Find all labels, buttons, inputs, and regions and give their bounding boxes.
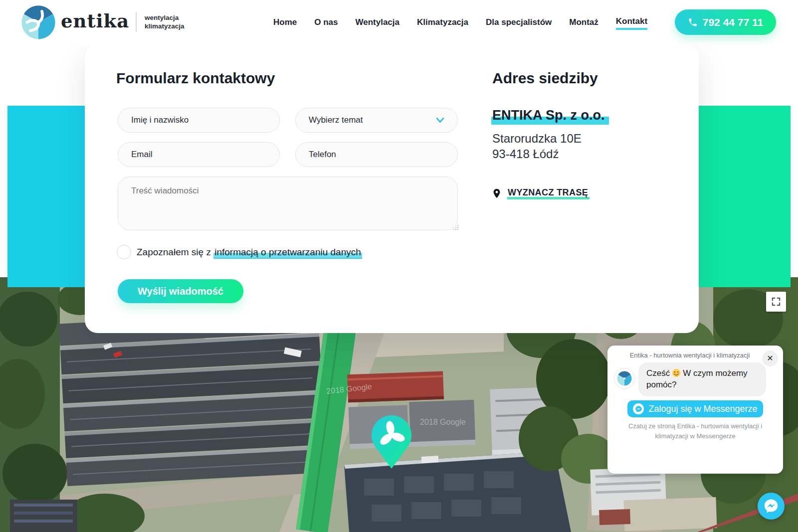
address-title: Adres siedziby xyxy=(492,70,598,87)
map-watermark: 2018 Google xyxy=(420,418,466,426)
route-link[interactable]: WYZNACZ TRASĘ xyxy=(507,187,590,199)
messenger-panel-title: Entika - hurtownia wentylacji i klimatyz… xyxy=(627,352,752,359)
entika-avatar-icon xyxy=(617,371,632,386)
consent-row: Zapoznałem się z informacją o przetwarza… xyxy=(117,245,362,259)
nav-item-montaz[interactable]: Montaż xyxy=(569,17,598,29)
phone-call-button[interactable]: 792 44 77 11 xyxy=(675,9,776,35)
data-processing-link[interactable]: informacją o przetwarzaniu danych xyxy=(213,247,362,259)
company-name: ENTIKA Sp. z o.o. xyxy=(491,108,609,125)
message-textarea[interactable] xyxy=(118,177,458,230)
nav-item-dla-specjalistow[interactable]: Dla specjalistów xyxy=(486,17,552,29)
site-header: entika wentylacja klimatyzacja Home O na… xyxy=(0,0,798,46)
nav-item-o-nas[interactable]: O nas xyxy=(314,17,338,29)
send-message-button[interactable]: Wyślij wiadomość xyxy=(118,279,243,303)
messenger-avatar xyxy=(614,368,634,388)
brand-tagline: wentylacja klimatyzacja xyxy=(145,13,185,30)
messenger-floating-button[interactable] xyxy=(758,493,785,520)
brand-name[interactable]: entika xyxy=(61,10,129,32)
messenger-login-button[interactable]: Zaloguj się w Messengerze xyxy=(627,400,763,417)
contact-card: Formularz kontaktowy Wybierz temat Zapoz… xyxy=(85,44,699,333)
messenger-footer-text: Czatuj ze stroną Entika - hurtownia went… xyxy=(615,421,775,441)
map-fullscreen-button[interactable] xyxy=(766,292,786,312)
consent-checkbox[interactable] xyxy=(117,245,131,259)
name-input[interactable] xyxy=(118,108,280,133)
location-pin-icon xyxy=(491,187,502,199)
messenger-badge xyxy=(633,403,644,414)
messenger-icon xyxy=(635,405,642,413)
phone-icon xyxy=(688,17,698,27)
route-row: WYZNACZ TRASĘ xyxy=(491,187,590,199)
nav-item-home[interactable]: Home xyxy=(273,17,297,29)
address-city: 93-418 Łódź xyxy=(492,146,582,162)
fullscreen-icon xyxy=(771,296,782,307)
consent-label: Zapoznałem się z informacją o przetwarza… xyxy=(137,247,362,258)
smiley-emoji-icon xyxy=(672,368,681,377)
entika-logo-icon[interactable] xyxy=(21,5,56,40)
nav-item-kontakt[interactable]: Kontakt xyxy=(616,16,647,30)
topic-select[interactable]: Wybierz temat xyxy=(295,108,458,133)
messenger-close-button[interactable]: ✕ xyxy=(762,351,778,366)
chat-message-bubble: CześćW czym możemy pomóc? xyxy=(638,362,766,396)
chevron-down-icon xyxy=(436,117,444,123)
topic-select-value: Wybierz temat xyxy=(309,115,363,125)
messenger-icon xyxy=(763,498,779,514)
brand-divider xyxy=(136,12,137,32)
email-input[interactable] xyxy=(118,142,280,167)
form-title: Formularz kontaktowy xyxy=(116,70,275,87)
messenger-chat-panel: Entika - hurtownia wentylacji i klimatyz… xyxy=(607,346,783,474)
main-navigation: Home O nas Wentylacja Klimatyzacja Dla s… xyxy=(273,16,647,30)
address-street: Starorudzka 10E xyxy=(492,131,582,146)
phone-input[interactable] xyxy=(295,142,458,167)
phone-number: 792 44 77 11 xyxy=(703,16,763,28)
nav-item-klimatyzacja[interactable]: Klimatyzacja xyxy=(417,17,468,29)
address-lines: Starorudzka 10E 93-418 Łódź xyxy=(492,131,582,162)
nav-item-wentylacja[interactable]: Wentylacja xyxy=(355,17,399,29)
